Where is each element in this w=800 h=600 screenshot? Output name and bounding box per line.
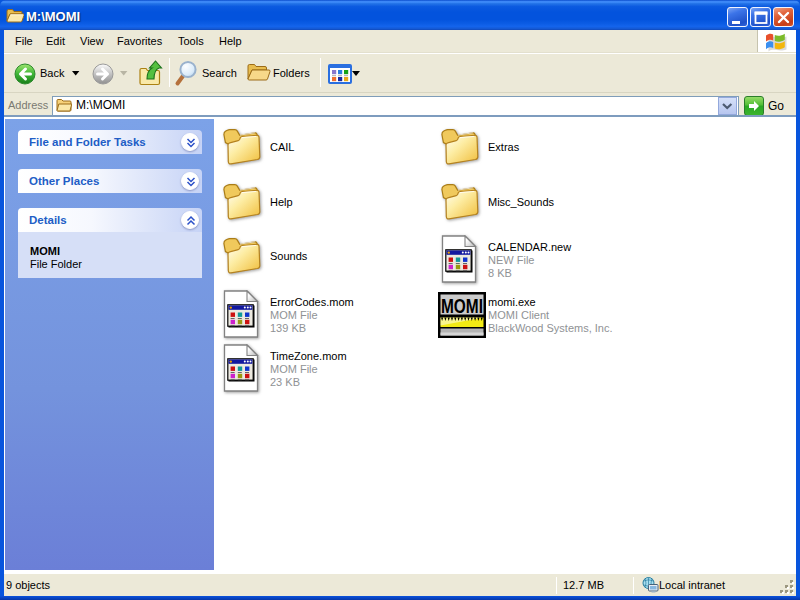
svg-text:MOMI: MOMI — [441, 295, 483, 317]
